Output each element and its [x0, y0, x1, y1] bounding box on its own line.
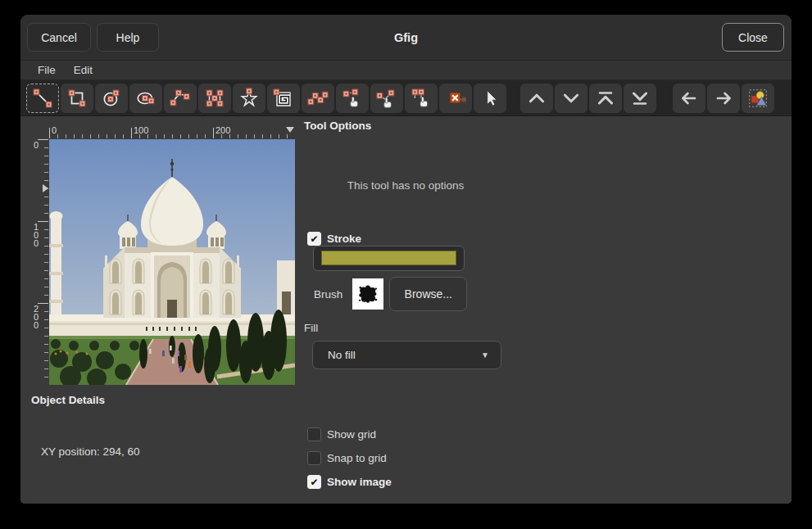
brush-blob-icon	[354, 280, 382, 308]
tool-copy-object-button[interactable]	[405, 84, 438, 113]
chevron-up-icon	[526, 88, 547, 109]
tool-bezier-button[interactable]	[302, 84, 334, 113]
snap-to-grid-checkbox[interactable]: ✔	[307, 451, 321, 465]
spiral-icon	[273, 88, 294, 109]
brush-label: Brush	[314, 288, 342, 301]
circle-icon	[101, 88, 122, 109]
tool-line-button[interactable]	[26, 84, 59, 113]
v-ruler-position-marker	[43, 184, 48, 192]
move-object-icon	[342, 88, 363, 109]
dropdown-arrow-icon: ▼	[481, 350, 489, 359]
horizontal-ruler: 0 100 200	[49, 126, 295, 139]
tool-options-title: Tool Options	[304, 120, 371, 132]
no-options-message: This tool has no options	[291, 179, 520, 192]
rectangle-icon	[66, 88, 88, 109]
stroke-color-swatch	[321, 251, 456, 265]
lower-object-button[interactable]	[555, 84, 587, 113]
show-image-row: ✔ Show image	[307, 475, 392, 489]
brush-preview[interactable]	[352, 278, 383, 310]
tool-spiral-button[interactable]	[267, 84, 300, 113]
polygon-icon	[204, 88, 225, 109]
fill-dropdown-value: No fill	[328, 349, 356, 361]
menubar: File Edit	[20, 61, 792, 80]
browse-button[interactable]: Browse...	[389, 277, 467, 311]
line-icon	[32, 88, 53, 109]
show-all-objects-button[interactable]	[742, 84, 774, 113]
tool-select-object-button[interactable]	[474, 84, 506, 113]
h-ruler-label-200: 200	[215, 125, 230, 135]
tool-polygon-button[interactable]	[198, 84, 231, 113]
move-point-icon	[376, 88, 397, 109]
forward-button[interactable]	[707, 84, 740, 113]
object-details-title: Object Details	[31, 394, 105, 406]
arrow-right-icon	[713, 88, 734, 109]
h-ruler-label-100: 100	[134, 125, 148, 135]
v-ruler-label-100: 100	[34, 223, 40, 247]
chevron-up-bar-icon	[595, 88, 616, 109]
tool-move-object-button[interactable]	[336, 84, 369, 113]
snap-to-grid-row: ✔ Snap to grid	[307, 451, 387, 465]
main-content: 0 100 200 0 100 200	[20, 116, 792, 504]
stroke-checkbox-row: ✔ Stroke	[307, 232, 361, 246]
ellipse-icon	[135, 88, 157, 109]
titlebar: Cancel Help Gfig Close	[20, 15, 792, 61]
v-ruler-label-200: 200	[34, 305, 40, 329]
h-ruler-ticks	[49, 134, 295, 138]
stroke-color-button[interactable]	[313, 246, 465, 271]
shapes-icon	[747, 88, 769, 109]
vertical-ruler: 0 100 200	[31, 139, 49, 385]
fill-label: Fill	[304, 322, 318, 334]
tool-star-button[interactable]	[233, 84, 265, 113]
close-button[interactable]: Close	[722, 23, 784, 52]
xy-position: XY position: 294, 60	[41, 445, 140, 458]
brush-row: Brush Browse...	[314, 277, 467, 311]
tool-rectangle-button[interactable]	[61, 84, 93, 113]
raise-object-button[interactable]	[520, 84, 553, 113]
show-grid-label: Show grid	[327, 428, 376, 441]
h-ruler-label-0: 0	[52, 125, 57, 135]
help-button[interactable]: Help	[97, 23, 159, 52]
fill-dropdown[interactable]: No fill ▼	[312, 341, 501, 369]
h-ruler-position-marker	[286, 127, 294, 133]
tool-arc-button[interactable]	[164, 84, 197, 113]
drawing-canvas[interactable]	[49, 139, 295, 385]
stroke-label: Stroke	[327, 233, 361, 245]
menu-file[interactable]: File	[30, 63, 63, 77]
arc-icon	[170, 88, 191, 109]
arrow-left-icon	[678, 88, 700, 109]
show-image-checkbox[interactable]: ✔	[307, 475, 321, 489]
show-image-label: Show image	[327, 476, 392, 488]
show-grid-checkbox[interactable]: ✔	[307, 427, 321, 441]
taj-mahal-photo	[49, 139, 295, 385]
delete-object-icon	[445, 88, 466, 109]
menu-edit[interactable]: Edit	[66, 63, 100, 77]
tool-circle-button[interactable]	[95, 84, 128, 113]
back-button[interactable]	[673, 84, 705, 113]
v-ruler-label-0: 0	[34, 141, 40, 149]
snap-to-grid-label: Snap to grid	[327, 452, 387, 464]
chevron-down-bar-icon	[629, 88, 651, 109]
bezier-icon	[307, 88, 329, 109]
bottom-object-button[interactable]	[624, 84, 656, 113]
stroke-checkbox[interactable]: ✔	[307, 232, 321, 246]
chevron-down-icon	[560, 88, 582, 109]
tool-move-point-button[interactable]	[370, 84, 403, 113]
copy-object-icon	[411, 88, 432, 109]
top-object-button[interactable]	[589, 84, 622, 113]
toolbar	[20, 80, 792, 116]
select-arrow-icon	[479, 88, 501, 109]
v-ruler-ticks	[44, 139, 48, 385]
tool-delete-object-button[interactable]	[439, 84, 472, 113]
tool-ellipse-button[interactable]	[129, 84, 162, 113]
show-grid-row: ✔ Show grid	[307, 427, 376, 441]
gfig-dialog: Cancel Help Gfig Close File Edit	[20, 15, 792, 504]
cancel-button[interactable]: Cancel	[27, 23, 91, 52]
star-icon	[238, 88, 260, 109]
